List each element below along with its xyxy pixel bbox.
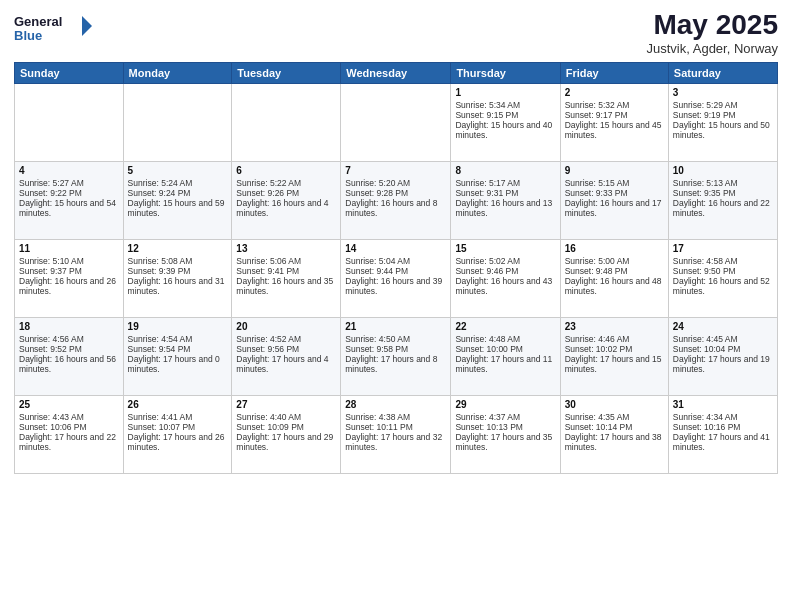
sunrise-text: Sunrise: 5:32 AM: [565, 100, 664, 110]
daylight-text: Daylight: 17 hours and 38 minutes.: [565, 432, 664, 452]
sunset-text: Sunset: 10:16 PM: [673, 422, 773, 432]
header-tuesday: Tuesday: [232, 62, 341, 83]
header-wednesday: Wednesday: [341, 62, 451, 83]
daylight-text: Daylight: 17 hours and 41 minutes.: [673, 432, 773, 452]
header-thursday: Thursday: [451, 62, 560, 83]
sunset-text: Sunset: 9:17 PM: [565, 110, 664, 120]
sunrise-text: Sunrise: 5:06 AM: [236, 256, 336, 266]
sunrise-text: Sunrise: 4:40 AM: [236, 412, 336, 422]
calendar-week-2: 4Sunrise: 5:27 AMSunset: 9:22 PMDaylight…: [15, 161, 778, 239]
daylight-text: Daylight: 15 hours and 59 minutes.: [128, 198, 228, 218]
sunrise-text: Sunrise: 4:38 AM: [345, 412, 446, 422]
daylight-text: Daylight: 16 hours and 43 minutes.: [455, 276, 555, 296]
sunrise-text: Sunrise: 4:54 AM: [128, 334, 228, 344]
sunset-text: Sunset: 9:48 PM: [565, 266, 664, 276]
header-friday: Friday: [560, 62, 668, 83]
calendar-cell: 11Sunrise: 5:10 AMSunset: 9:37 PMDayligh…: [15, 239, 124, 317]
calendar-cell: 18Sunrise: 4:56 AMSunset: 9:52 PMDayligh…: [15, 317, 124, 395]
sunset-text: Sunset: 10:07 PM: [128, 422, 228, 432]
sunset-text: Sunset: 9:24 PM: [128, 188, 228, 198]
calendar-cell: 23Sunrise: 4:46 AMSunset: 10:02 PMDaylig…: [560, 317, 668, 395]
sunset-text: Sunset: 9:52 PM: [19, 344, 119, 354]
sunrise-text: Sunrise: 5:34 AM: [455, 100, 555, 110]
calendar-cell: [341, 83, 451, 161]
month-title: May 2025: [647, 10, 779, 41]
day-number: 26: [128, 399, 228, 410]
calendar-cell: 25Sunrise: 4:43 AMSunset: 10:06 PMDaylig…: [15, 395, 124, 473]
sunset-text: Sunset: 9:44 PM: [345, 266, 446, 276]
calendar-cell: [123, 83, 232, 161]
calendar-cell: 12Sunrise: 5:08 AMSunset: 9:39 PMDayligh…: [123, 239, 232, 317]
daylight-text: Daylight: 16 hours and 22 minutes.: [673, 198, 773, 218]
calendar-cell: 16Sunrise: 5:00 AMSunset: 9:48 PMDayligh…: [560, 239, 668, 317]
calendar-cell: 31Sunrise: 4:34 AMSunset: 10:16 PMDaylig…: [668, 395, 777, 473]
day-number: 7: [345, 165, 446, 176]
calendar-cell: 7Sunrise: 5:20 AMSunset: 9:28 PMDaylight…: [341, 161, 451, 239]
calendar-cell: 19Sunrise: 4:54 AMSunset: 9:54 PMDayligh…: [123, 317, 232, 395]
calendar-cell: [232, 83, 341, 161]
sunrise-text: Sunrise: 4:50 AM: [345, 334, 446, 344]
sunset-text: Sunset: 9:46 PM: [455, 266, 555, 276]
daylight-text: Daylight: 17 hours and 29 minutes.: [236, 432, 336, 452]
day-number: 28: [345, 399, 446, 410]
calendar-cell: 10Sunrise: 5:13 AMSunset: 9:35 PMDayligh…: [668, 161, 777, 239]
sunrise-text: Sunrise: 5:00 AM: [565, 256, 664, 266]
sunrise-text: Sunrise: 5:10 AM: [19, 256, 119, 266]
daylight-text: Daylight: 15 hours and 45 minutes.: [565, 120, 664, 140]
day-number: 24: [673, 321, 773, 332]
calendar-cell: 29Sunrise: 4:37 AMSunset: 10:13 PMDaylig…: [451, 395, 560, 473]
sunset-text: Sunset: 9:54 PM: [128, 344, 228, 354]
sunrise-text: Sunrise: 4:58 AM: [673, 256, 773, 266]
daylight-text: Daylight: 17 hours and 11 minutes.: [455, 354, 555, 374]
daylight-text: Daylight: 16 hours and 56 minutes.: [19, 354, 119, 374]
sunset-text: Sunset: 9:35 PM: [673, 188, 773, 198]
sunset-text: Sunset: 10:00 PM: [455, 344, 555, 354]
logo-svg: General Blue: [14, 10, 94, 50]
sunrise-text: Sunrise: 4:34 AM: [673, 412, 773, 422]
calendar-cell: 14Sunrise: 5:04 AMSunset: 9:44 PMDayligh…: [341, 239, 451, 317]
daylight-text: Daylight: 16 hours and 17 minutes.: [565, 198, 664, 218]
title-block: May 2025 Justvik, Agder, Norway: [647, 10, 779, 56]
sunrise-text: Sunrise: 4:37 AM: [455, 412, 555, 422]
calendar-cell: 1Sunrise: 5:34 AMSunset: 9:15 PMDaylight…: [451, 83, 560, 161]
sunrise-text: Sunrise: 4:45 AM: [673, 334, 773, 344]
sunset-text: Sunset: 9:56 PM: [236, 344, 336, 354]
daylight-text: Daylight: 16 hours and 31 minutes.: [128, 276, 228, 296]
day-number: 31: [673, 399, 773, 410]
daylight-text: Daylight: 17 hours and 15 minutes.: [565, 354, 664, 374]
calendar-week-5: 25Sunrise: 4:43 AMSunset: 10:06 PMDaylig…: [15, 395, 778, 473]
daylight-text: Daylight: 17 hours and 26 minutes.: [128, 432, 228, 452]
sunset-text: Sunset: 9:37 PM: [19, 266, 119, 276]
sunrise-text: Sunrise: 5:13 AM: [673, 178, 773, 188]
day-number: 9: [565, 165, 664, 176]
calendar-cell: 9Sunrise: 5:15 AMSunset: 9:33 PMDaylight…: [560, 161, 668, 239]
day-number: 8: [455, 165, 555, 176]
daylight-text: Daylight: 16 hours and 13 minutes.: [455, 198, 555, 218]
sunset-text: Sunset: 9:33 PM: [565, 188, 664, 198]
daylight-text: Daylight: 17 hours and 0 minutes.: [128, 354, 228, 374]
daylight-text: Daylight: 15 hours and 40 minutes.: [455, 120, 555, 140]
sunrise-text: Sunrise: 4:43 AM: [19, 412, 119, 422]
calendar-cell: [15, 83, 124, 161]
calendar-cell: 22Sunrise: 4:48 AMSunset: 10:00 PMDaylig…: [451, 317, 560, 395]
calendar: Sunday Monday Tuesday Wednesday Thursday…: [14, 62, 778, 474]
day-number: 23: [565, 321, 664, 332]
day-number: 4: [19, 165, 119, 176]
sunrise-text: Sunrise: 4:35 AM: [565, 412, 664, 422]
daylight-text: Daylight: 16 hours and 8 minutes.: [345, 198, 446, 218]
daylight-text: Daylight: 15 hours and 50 minutes.: [673, 120, 773, 140]
sunset-text: Sunset: 9:19 PM: [673, 110, 773, 120]
location: Justvik, Agder, Norway: [647, 41, 779, 56]
day-number: 21: [345, 321, 446, 332]
sunset-text: Sunset: 9:41 PM: [236, 266, 336, 276]
svg-marker-2: [82, 16, 92, 36]
sunset-text: Sunset: 10:13 PM: [455, 422, 555, 432]
sunrise-text: Sunrise: 4:48 AM: [455, 334, 555, 344]
daylight-text: Daylight: 17 hours and 8 minutes.: [345, 354, 446, 374]
calendar-cell: 2Sunrise: 5:32 AMSunset: 9:17 PMDaylight…: [560, 83, 668, 161]
sunrise-text: Sunrise: 4:41 AM: [128, 412, 228, 422]
sunrise-text: Sunrise: 5:22 AM: [236, 178, 336, 188]
day-number: 2: [565, 87, 664, 98]
calendar-cell: 3Sunrise: 5:29 AMSunset: 9:19 PMDaylight…: [668, 83, 777, 161]
sunset-text: Sunset: 9:28 PM: [345, 188, 446, 198]
